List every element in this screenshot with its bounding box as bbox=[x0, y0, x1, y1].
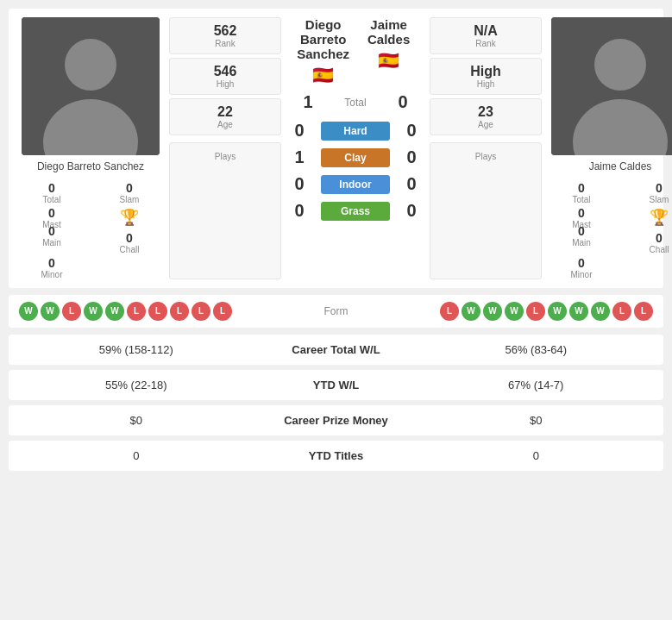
form-badge-w: W bbox=[19, 302, 38, 321]
left-high-box: 546 High bbox=[169, 58, 281, 95]
left-chall-cell: 0 Chall bbox=[95, 231, 164, 254]
right-minor-cell: 0 Minor bbox=[547, 256, 616, 279]
form-badge-w: W bbox=[84, 302, 103, 321]
form-badge-l: L bbox=[440, 302, 459, 321]
left-main-cell: 0 Main bbox=[17, 224, 86, 254]
form-badge-w: W bbox=[41, 302, 60, 321]
surface-button-hard[interactable]: Hard bbox=[321, 122, 390, 141]
stats-row: 0 YTD Titles 0 bbox=[9, 441, 663, 471]
stat-right-value: 56% (83-64) bbox=[423, 343, 650, 356]
left-rank-label: Rank bbox=[177, 39, 273, 48]
surface-button-clay[interactable]: Clay bbox=[321, 148, 390, 167]
right-main-label: Main bbox=[572, 238, 591, 247]
form-badge-w: W bbox=[569, 302, 588, 321]
left-player-photo bbox=[22, 17, 160, 155]
left-high-label: High bbox=[177, 79, 273, 89]
right-player-stats: 0 Total 0 Slam 0 Mast 🏆 0 Main bbox=[547, 181, 672, 279]
right-minor-label: Minor bbox=[570, 270, 592, 279]
right-age-label: Age bbox=[437, 120, 534, 129]
right-chall-cell: 0 Chall bbox=[625, 231, 672, 254]
left-chall-value: 0 bbox=[126, 231, 133, 245]
surface-row-clay: 1 Clay 0 bbox=[286, 147, 424, 167]
right-slam-label: Slam bbox=[650, 195, 669, 204]
form-badge-w: W bbox=[548, 302, 567, 321]
right-total-label: Total bbox=[572, 195, 590, 204]
right-plays-box: Plays bbox=[430, 142, 542, 279]
form-badge-l: L bbox=[192, 302, 210, 321]
stats-row: $0 Career Prize Money $0 bbox=[9, 405, 663, 435]
form-section: WWLWWLLLLL Form LWWWLWWWLL bbox=[9, 295, 663, 328]
surface-left-score: 0 bbox=[286, 201, 312, 221]
right-trophy-icon: 🏆 bbox=[650, 208, 669, 227]
right-player-name: Jaime Caldes bbox=[589, 160, 652, 174]
right-total-value: 0 bbox=[578, 181, 585, 195]
left-trophy-cell: 🏆 bbox=[95, 206, 164, 229]
left-flag: 🇪🇸 bbox=[290, 65, 356, 85]
form-badge-l: L bbox=[612, 302, 631, 321]
surface-right-score: 0 bbox=[399, 147, 424, 167]
right-name-display: Jaime Caldes bbox=[356, 17, 421, 47]
form-badge-l: L bbox=[62, 302, 81, 321]
surface-left-score: 0 bbox=[286, 121, 312, 141]
svg-point-4 bbox=[594, 39, 646, 91]
form-badge-w: W bbox=[591, 302, 610, 321]
total-center-label: Total bbox=[330, 97, 381, 109]
right-player-photo bbox=[551, 17, 672, 155]
left-total-cell: 0 Total bbox=[17, 181, 86, 204]
right-high-label: High bbox=[437, 79, 534, 89]
surface-button-grass[interactable]: Grass bbox=[321, 202, 390, 221]
right-total-score: 0 bbox=[390, 92, 416, 112]
right-rank-label: Rank bbox=[437, 39, 534, 48]
left-plays-box: Plays bbox=[169, 142, 281, 279]
left-name-block: Diego BarretoSanchez 🇪🇸 bbox=[290, 17, 356, 85]
left-age-value: 22 bbox=[177, 104, 273, 120]
right-age-value: 23 bbox=[437, 104, 534, 120]
right-high-value: High bbox=[437, 64, 534, 79]
stat-right-value: $0 bbox=[423, 414, 650, 427]
stat-left-value: 59% (158-112) bbox=[22, 343, 250, 356]
form-badge-l: L bbox=[127, 302, 146, 321]
left-age-box: 22 Age bbox=[169, 98, 281, 135]
right-minor-value: 0 bbox=[578, 256, 585, 270]
right-mast-value: 0 bbox=[578, 206, 585, 220]
left-minor-value: 0 bbox=[48, 256, 55, 270]
right-form-badges: LWWWLWWWLL bbox=[378, 302, 654, 321]
svg-point-1 bbox=[65, 39, 116, 91]
left-high-value: 546 bbox=[177, 64, 273, 79]
right-slam-value: 0 bbox=[656, 181, 663, 195]
left-main-label: Main bbox=[42, 238, 61, 247]
left-chall-label: Chall bbox=[120, 245, 140, 254]
left-minor-cell: 0 Minor bbox=[17, 256, 86, 279]
surface-left-score: 0 bbox=[286, 174, 312, 194]
form-badge-l: L bbox=[213, 302, 232, 321]
stat-label: Career Prize Money bbox=[250, 414, 423, 427]
stat-left-value: $0 bbox=[22, 414, 250, 427]
left-rank-value: 562 bbox=[177, 23, 273, 39]
stat-left-value: 55% (22-18) bbox=[22, 379, 250, 391]
left-total-score: 1 bbox=[295, 92, 321, 112]
right-flag: 🇪🇸 bbox=[356, 50, 421, 71]
surface-right-score: 0 bbox=[399, 201, 424, 221]
main-container: Diego Barreto Sanchez 0 Total 0 Slam 0 M… bbox=[0, 0, 672, 485]
surface-row-indoor: 0 Indoor 0 bbox=[286, 174, 424, 194]
left-total-value: 0 bbox=[48, 181, 55, 195]
right-slam-cell: 0 Slam bbox=[625, 181, 672, 204]
right-high-box: High High bbox=[430, 58, 542, 95]
form-badge-w: W bbox=[462, 302, 480, 321]
surface-row-hard: 0 Hard 0 bbox=[286, 121, 424, 141]
surface-button-indoor[interactable]: Indoor bbox=[321, 175, 390, 194]
left-player-stats: 0 Total 0 Slam 0 Mast 🏆 0 Main bbox=[17, 181, 164, 279]
left-player-card: Diego Barreto Sanchez 0 Total 0 Slam 0 M… bbox=[17, 17, 164, 279]
left-rank-box: 562 Rank bbox=[169, 17, 281, 54]
left-main-value: 0 bbox=[48, 224, 55, 238]
right-chall-value: 0 bbox=[656, 231, 663, 245]
center-column: Diego BarretoSanchez 🇪🇸 Jaime Caldes 🇪🇸 … bbox=[286, 17, 424, 279]
right-chall-label: Chall bbox=[650, 245, 669, 254]
right-total-cell: 0 Total bbox=[547, 181, 616, 204]
left-middle-stats: 562 Rank 546 High 22 Age Plays bbox=[169, 17, 281, 279]
trophy-icon: 🏆 bbox=[120, 208, 139, 227]
right-middle-stats: N/A Rank High High 23 Age Plays bbox=[430, 17, 542, 279]
stats-row: 59% (158-112) Career Total W/L 56% (83-6… bbox=[9, 335, 663, 365]
right-player-card: Jaime Caldes 0 Total 0 Slam 0 Mast 🏆 bbox=[547, 17, 672, 279]
left-slam-cell: 0 Slam bbox=[95, 181, 164, 204]
